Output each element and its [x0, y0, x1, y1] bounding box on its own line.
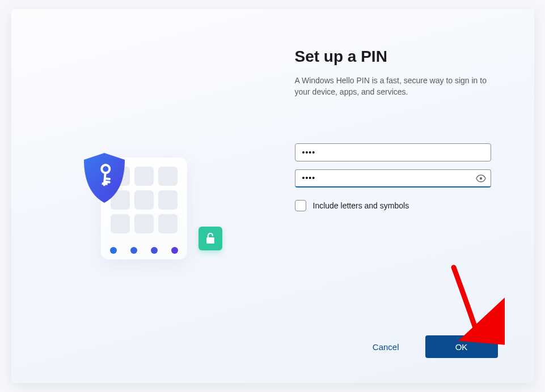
include-letters-checkbox[interactable] — [295, 200, 306, 211]
pin-setup-dialog: Set up a PIN A Windows Hello PIN is a fa… — [11, 9, 534, 383]
confirm-pin-input[interactable] — [295, 169, 491, 188]
reveal-pin-button[interactable] — [475, 173, 487, 184]
pinpad-key — [111, 214, 130, 233]
dialog-description: A Windows Hello PIN is a fast, secure wa… — [295, 75, 498, 98]
confirm-pin-field-row — [295, 169, 491, 188]
dialog-button-row: Cancel OK — [373, 335, 498, 358]
cancel-button[interactable]: Cancel — [373, 342, 399, 352]
pin-dot — [171, 247, 178, 254]
pin-field-row — [295, 143, 491, 161]
shield-key-icon — [79, 151, 129, 205]
pinpad-key — [134, 167, 154, 186]
illustration-pane — [11, 9, 295, 383]
pinpad-key — [158, 190, 178, 210]
pinpad-key — [134, 214, 154, 233]
unlock-icon — [205, 232, 216, 245]
ok-button[interactable]: OK — [425, 335, 498, 358]
pinpad-key — [134, 190, 154, 210]
svg-point-3 — [479, 177, 481, 179]
pin-dot — [130, 247, 137, 254]
pin-dot — [151, 247, 158, 254]
form-pane: Set up a PIN A Windows Hello PIN is a fa… — [295, 9, 534, 383]
unlock-badge — [198, 227, 222, 250]
eye-icon — [476, 174, 486, 182]
dialog-title: Set up a PIN — [295, 48, 498, 66]
include-letters-label: Include letters and symbols — [313, 201, 409, 210]
pinpad-key — [158, 214, 178, 233]
include-letters-row: Include letters and symbols — [295, 200, 498, 211]
pin-dot — [110, 247, 117, 254]
svg-rect-2 — [206, 237, 214, 244]
new-pin-input[interactable] — [295, 143, 491, 161]
pin-dots — [110, 245, 178, 256]
pinpad-key — [158, 167, 178, 186]
